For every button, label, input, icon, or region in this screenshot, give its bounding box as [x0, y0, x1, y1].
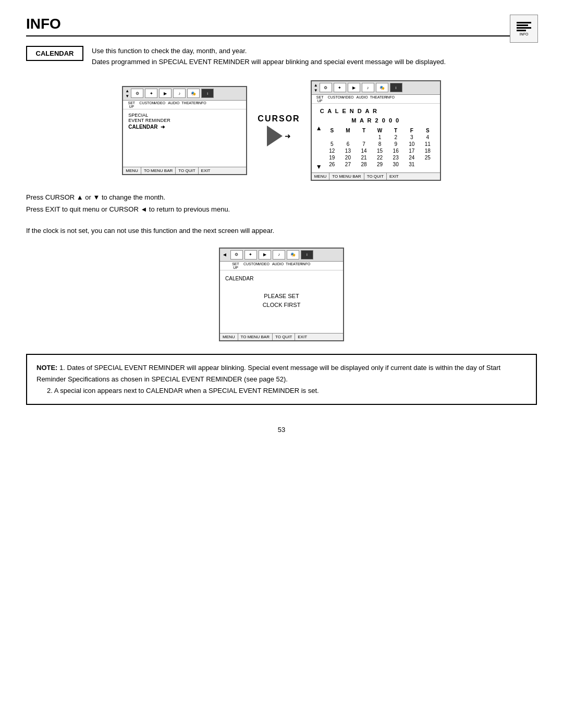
icon-labels-right: SET UP CUSTOM VIDEO AUDIO THEATER INFO — [312, 95, 440, 104]
page-title: INFO — [26, 16, 537, 36]
desc-line2: Dates programmed in SPECIAL EVENT REMIND… — [92, 58, 446, 66]
please-set: PLEASE SET — [225, 292, 338, 301]
cal-row: 1234 — [324, 134, 436, 141]
clock-message: PLEASE SET CLOCK FIRST — [225, 292, 338, 310]
video-icon: ▶ — [159, 89, 172, 98]
tv-screen-right: ▲ ▼ ⚙ ✦ ▶ ♪ 🎭 i SET UP CUSTOM VIDEO AUDI… — [311, 80, 441, 181]
video-icon-c: ▶ — [259, 250, 271, 260]
cal-nav-arrows: ▲ ▼ — [316, 125, 322, 170]
day-header: F — [403, 127, 420, 134]
setup-icon-c: ⚙ — [230, 250, 243, 260]
day-header: S — [324, 127, 340, 134]
page-number: 53 — [26, 426, 537, 434]
menu-btn-r: MENU — [312, 173, 330, 180]
audio-icon: ♪ — [173, 89, 186, 98]
desc-line1: Use this function to check the day, mont… — [92, 47, 247, 55]
nav-up-left: ▲ — [125, 89, 129, 93]
to-quit-btn-c: TO QUIT — [273, 334, 295, 340]
theater-icon: 🎭 — [187, 89, 200, 98]
tv-footer-clock: MENU TO MENU BAR TO QUIT EXIT — [220, 333, 343, 340]
note-box: NOTE: 1. Dates of SPECIAL EVENT REMINDER… — [26, 354, 537, 405]
calendar-description: Use this function to check the day, mont… — [92, 46, 446, 68]
note-item-1: 1. Dates of SPECIAL EVENT REMINDER will … — [36, 364, 500, 383]
clock-desc: If the clock is not set, you can not use… — [26, 225, 537, 237]
clock-desc-text: If the clock is not set, you can not use… — [26, 227, 274, 235]
day-header: W — [372, 127, 388, 134]
clock-calendar-label: CALENDAR — [225, 276, 338, 281]
day-header: M — [340, 127, 356, 134]
icon-line — [517, 24, 528, 26]
cursor-label: CURSOR — [258, 114, 300, 124]
icon-line — [517, 30, 526, 31]
right-arrow-icon: ➜ — [285, 132, 291, 140]
custom-icon: ✦ — [145, 89, 157, 98]
to-menu-bar-btn-r: TO MENU BAR — [329, 173, 364, 180]
tv-topbar-right: ▲ ▼ ⚙ ✦ ▶ ♪ 🎭 i — [312, 81, 440, 95]
setup-icon: ⚙ — [131, 89, 143, 98]
calendar-section-title: C A L E N D A R — [316, 106, 436, 116]
tv-footer-left: MENU TO MENU BAR TO QUIT EXIT — [123, 167, 246, 174]
to-quit-btn-r: TO QUIT — [364, 173, 387, 180]
tv-footer-right: MENU TO MENU BAR TO QUIT EXIT — [312, 172, 440, 180]
cal-month: M A R 2 0 0 0 — [316, 116, 436, 125]
calendar-content: C A L E N D A R M A R 2 0 0 0 ▲ ▼ S M T … — [312, 104, 440, 172]
desc-line1: Press CURSOR ▲ or ▼ to change the month. — [26, 191, 537, 203]
tv-content-left: SPECIAL EVENT REMINDER CALENDAR ➜ — [123, 109, 246, 167]
icon-labels-left: SET UP CUSTOM VIDEO AUDIO THEATER INFO — [123, 101, 246, 109]
custom-icon-r: ✦ — [334, 83, 346, 92]
day-header: T — [388, 127, 404, 134]
to-menu-bar-btn-c: TO MENU BAR — [238, 334, 273, 340]
setup-icon-r: ⚙ — [320, 83, 332, 92]
clock-content: CALENDAR PLEASE SET CLOCK FIRST — [220, 270, 343, 333]
cal-down-arrow: ▼ — [316, 163, 322, 170]
special-text: SPECIAL EVENT REMINDER — [128, 113, 241, 123]
cal-label: CALENDAR — [128, 124, 157, 130]
info-icon-label: INFO — [520, 32, 529, 36]
audio-icon-r: ♪ — [362, 83, 374, 92]
video-icon-r: ▶ — [348, 83, 360, 92]
tv-topbar-clock: ◄ ⚙ ✦ ▶ ♪ 🎭 i — [220, 249, 343, 262]
tv-screen-left: ▲ ▼ ⚙ ✦ ▶ ♪ 🎭 i SET UP CUSTOM VIDEO AUDI… — [122, 86, 247, 175]
cursor-area: CURSOR ➜ — [258, 114, 300, 146]
diagram-center: ◄ ⚙ ✦ ▶ ♪ 🎭 i SET UP CUSTOM VIDEO AUDIO … — [26, 248, 537, 341]
calendar-arrow: CALENDAR ➜ — [128, 124, 241, 130]
custom-icon-c: ✦ — [244, 250, 257, 260]
exit-btn: EXIT — [199, 167, 213, 174]
exit-btn-c: EXIT — [295, 334, 310, 340]
calendar-label: CALENDAR — [26, 46, 83, 61]
cal-up-arrow: ▲ — [316, 125, 322, 132]
to-quit-btn: TO QUIT — [176, 167, 198, 174]
tv-screen-clock: ◄ ⚙ ✦ ▶ ♪ 🎭 i SET UP CUSTOM VIDEO AUDIO … — [219, 248, 344, 341]
info-icon-bar-r: i — [390, 83, 402, 92]
right-arrow: ➜ — [161, 124, 165, 130]
menu-btn-c: MENU — [220, 334, 238, 340]
arrow-set: ➜ — [267, 126, 291, 146]
description-text: Press CURSOR ▲ or ▼ to change the month.… — [26, 191, 537, 216]
icon-line — [517, 27, 531, 29]
theater-icon-c: 🎭 — [287, 250, 299, 260]
info-icon: INFO — [510, 15, 538, 43]
nav-down-left: ▼ — [125, 94, 129, 98]
desc-line2: Press EXIT to quit menu or CURSOR ◄ to r… — [26, 203, 537, 215]
icon-labels-clock: SET UP CUSTOM VIDEO AUDIO THEATER INFO — [220, 262, 343, 270]
cal-row: 19202122232425 — [324, 154, 436, 161]
cal-with-nav: ▲ ▼ S M T W T F S — [316, 125, 436, 170]
nav-left-clock: ◄ — [222, 252, 227, 257]
icon-line — [517, 22, 531, 23]
note-item-2: 2. A special icon appears next to CALEND… — [47, 385, 527, 397]
info-icon-bar-c: i — [301, 250, 313, 260]
audio-icon-c: ♪ — [273, 250, 285, 260]
day-header: S — [420, 127, 436, 134]
nav-down-right: ▼ — [314, 88, 318, 93]
day-header: T — [356, 127, 372, 134]
to-menu-bar-btn: TO MENU BAR — [141, 167, 176, 174]
big-arrow-icon — [267, 126, 283, 146]
calendar-table: S M T W T F S 1234 — [324, 127, 436, 168]
cal-row: 567891011 — [324, 141, 436, 147]
cal-row: 12131415161718 — [324, 147, 436, 154]
theater-icon-r: 🎭 — [376, 83, 388, 92]
tv-topbar-left: ▲ ▼ ⚙ ✦ ▶ ♪ 🎭 i — [123, 87, 246, 101]
menu-btn: MENU — [123, 167, 141, 174]
info-section: CALENDAR Use this function to check the … — [26, 46, 537, 68]
diagram-row: ▲ ▼ ⚙ ✦ ▶ ♪ 🎭 i SET UP CUSTOM VIDEO AUDI… — [26, 80, 537, 181]
